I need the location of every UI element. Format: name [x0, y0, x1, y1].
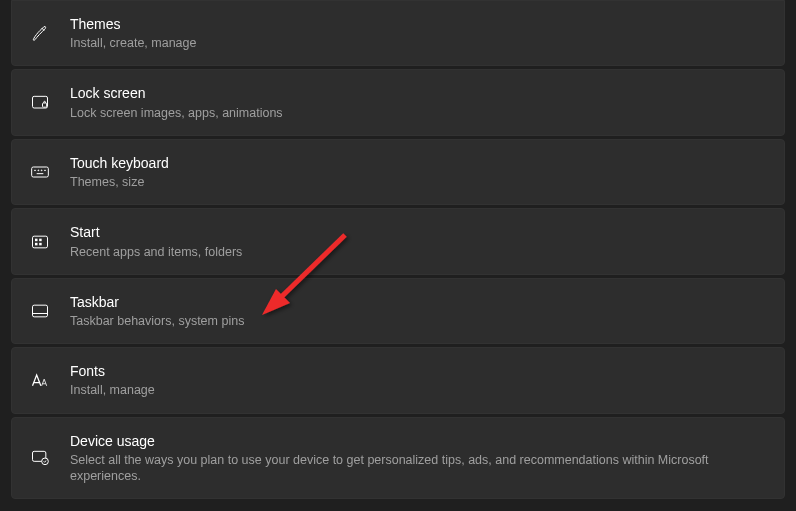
item-subtitle: Themes, size [70, 174, 169, 190]
item-text: Device usage Select all the ways you pla… [70, 432, 768, 485]
settings-item-fonts[interactable]: Fonts Install, manage [11, 347, 785, 413]
start-icon [28, 230, 52, 254]
settings-item-device-usage[interactable]: Device usage Select all the ways you pla… [11, 417, 785, 500]
keyboard-icon [28, 160, 52, 184]
item-title: Touch keyboard [70, 154, 169, 172]
settings-item-touch-keyboard[interactable]: Touch keyboard Themes, size [11, 139, 785, 205]
fonts-icon [28, 368, 52, 392]
item-text: Taskbar Taskbar behaviors, system pins [70, 293, 244, 329]
item-text: Fonts Install, manage [70, 362, 155, 398]
svg-rect-13 [33, 305, 48, 317]
item-subtitle: Recent apps and items, folders [70, 244, 242, 260]
item-title: Start [70, 223, 242, 241]
brush-icon [28, 21, 52, 45]
item-title: Taskbar [70, 293, 244, 311]
item-subtitle: Lock screen images, apps, animations [70, 105, 283, 121]
lock-screen-icon [28, 91, 52, 115]
settings-item-start[interactable]: Start Recent apps and items, folders [11, 208, 785, 274]
taskbar-icon [28, 299, 52, 323]
item-title: Fonts [70, 362, 155, 380]
svg-point-6 [45, 170, 46, 171]
settings-item-lock-screen[interactable]: Lock screen Lock screen images, apps, an… [11, 69, 785, 135]
svg-rect-9 [35, 238, 38, 241]
item-text: Themes Install, create, manage [70, 15, 196, 51]
svg-rect-8 [33, 236, 48, 248]
item-text: Lock screen Lock screen images, apps, an… [70, 84, 283, 120]
svg-rect-12 [39, 242, 42, 245]
item-subtitle: Taskbar behaviors, system pins [70, 313, 244, 329]
item-text: Touch keyboard Themes, size [70, 154, 169, 190]
settings-item-taskbar[interactable]: Taskbar Taskbar behaviors, system pins [11, 278, 785, 344]
item-text: Start Recent apps and items, folders [70, 223, 242, 259]
settings-item-themes[interactable]: Themes Install, create, manage [11, 0, 785, 66]
item-subtitle: Install, manage [70, 382, 155, 398]
svg-point-5 [41, 170, 42, 171]
item-title: Themes [70, 15, 196, 33]
item-title: Device usage [70, 432, 768, 450]
item-subtitle: Install, create, manage [70, 35, 196, 51]
svg-point-3 [35, 170, 36, 171]
svg-rect-10 [39, 238, 42, 241]
svg-point-4 [38, 170, 39, 171]
svg-rect-1 [43, 103, 47, 107]
svg-rect-2 [32, 167, 49, 177]
svg-rect-11 [35, 242, 38, 245]
item-subtitle: Select all the ways you plan to use your… [70, 452, 768, 485]
device-usage-icon [28, 446, 52, 470]
settings-list: Themes Install, create, manage Lock scre… [11, 0, 785, 499]
item-title: Lock screen [70, 84, 283, 102]
